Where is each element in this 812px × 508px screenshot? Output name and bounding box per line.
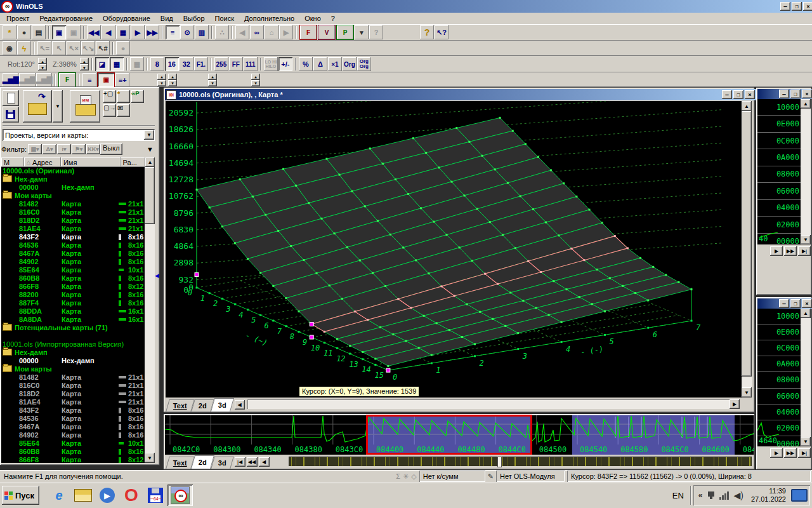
fmt-hex-button[interactable]: FF xyxy=(229,57,243,71)
overview2-close-button[interactable]: × xyxy=(802,299,812,308)
map-vthumb[interactable] xyxy=(742,111,752,377)
filter-expand-icon[interactable]: ▼ xyxy=(147,145,154,153)
overview2-titlebar[interactable]: —❐× xyxy=(757,298,812,309)
rotation-stepper[interactable]: ▲▼ xyxy=(38,58,47,70)
map-vscrollbar[interactable]: ▲ ▼ xyxy=(742,101,752,398)
tree-map-row[interactable]: 84536Карта8x16 xyxy=(1,415,145,423)
filter-button-3[interactable]: i▾ xyxy=(57,144,71,154)
grid-mode-button[interactable]: ▦ xyxy=(130,57,144,71)
overview2-scroll-up[interactable]: ▲ xyxy=(801,309,811,318)
byte-order-button[interactable]: LO HI HILO xyxy=(264,57,278,71)
tree-map-row[interactable]: 818D2Карта21x1 xyxy=(1,217,145,225)
tree-map-row[interactable]: 887F4Карта8x16 xyxy=(1,299,145,307)
search-signal-button[interactable]: ⌂ xyxy=(265,25,278,39)
map-scroll-down[interactable]: ▼ xyxy=(742,387,752,398)
menu-item-9[interactable]: ? xyxy=(326,13,340,24)
save-project-button[interactable] xyxy=(3,107,19,123)
map-window-toggle-button[interactable]: ▣ xyxy=(97,72,115,88)
trace-overview-strip[interactable] xyxy=(289,457,752,466)
axis-x-stepper[interactable]: ▲▼ xyxy=(157,74,166,86)
overview2-fast-button[interactable]: ▶▶ xyxy=(784,448,797,458)
column-size[interactable]: Ра... xyxy=(121,157,145,167)
filter-button-2[interactable]: Δ▾ xyxy=(43,144,56,154)
email-button[interactable]: ✉ xyxy=(117,104,130,117)
overview1-step-button[interactable]: ▶ xyxy=(770,246,783,256)
wave-tab-3d[interactable]: 3d xyxy=(211,457,233,469)
tree-folder-row[interactable]: Мои карты xyxy=(1,192,145,200)
column-m[interactable]: М xyxy=(1,157,24,167)
overview1-fast-button[interactable]: ▶▶ xyxy=(784,246,797,256)
filter-off-button[interactable]: Выкл xyxy=(100,144,122,155)
opera-icon[interactable]: O xyxy=(119,485,143,505)
chart-colored-button[interactable]: ▂▅▇ xyxy=(3,73,18,87)
tree-project-row[interactable]: 10001.ols (Импортированная Версия) xyxy=(1,340,145,349)
panel-splitter-arrow[interactable]: ◀ xyxy=(155,271,160,280)
show-desktop-icon[interactable] xyxy=(791,489,808,502)
overview1-scrollbar[interactable]: ▲ ▼ xyxy=(801,99,811,244)
import-factor-button[interactable]: F xyxy=(58,72,76,88)
axis-x2-stepper[interactable]: ▲▼ xyxy=(168,74,177,86)
chart-gray-1-button[interactable]: ▂▅▇ xyxy=(19,73,35,87)
map-restore-button[interactable]: ❐ xyxy=(733,90,743,99)
map-prev-fast-button[interactable]: ◀◀ xyxy=(87,25,101,39)
axis-z-stepper[interactable]: ▲▼ xyxy=(251,74,260,86)
tree-scroll-up[interactable]: ▲ xyxy=(145,157,155,167)
format-more-button[interactable]: ▼ xyxy=(355,25,369,39)
overview1-scale[interactable]: 100000E0000C0000A00008000060000400002000… xyxy=(757,99,801,244)
export-version-button[interactable]: ▢→ xyxy=(103,104,116,117)
tree-map-row[interactable]: 866F8Карта8x12 xyxy=(1,283,145,291)
menu-item-1[interactable]: Проект xyxy=(1,13,34,24)
fmt-binary-button[interactable]: 111 xyxy=(244,57,258,71)
search-maps-button[interactable]: ∞ xyxy=(250,25,264,39)
open-project-dropdown[interactable]: ▼ xyxy=(53,90,63,123)
format-precision-button[interactable]: P xyxy=(336,25,354,40)
window-project-button[interactable]: ▣ xyxy=(52,25,66,39)
wave-go-back-button[interactable]: ◀ xyxy=(259,457,270,467)
map-tab-text[interactable]: Text xyxy=(166,399,194,411)
format-factor-button[interactable]: F xyxy=(299,25,317,40)
file-explorer-icon[interactable] xyxy=(71,485,95,505)
preview-window-button[interactable]: ⊙ xyxy=(180,25,194,39)
menu-item-4[interactable]: Вид xyxy=(155,13,178,24)
tree-folder-row[interactable]: Мои карты xyxy=(1,365,145,373)
column-addr[interactable]: △Адрес xyxy=(24,157,61,167)
percent-mode-button[interactable]: % xyxy=(299,57,313,71)
winols64-floppy-icon[interactable]: ─64─ xyxy=(143,485,167,505)
print-button[interactable]: ▤ xyxy=(32,25,46,39)
map-minimize-button[interactable]: — xyxy=(722,90,732,99)
help-pointer-button[interactable]: ↖? xyxy=(435,25,449,39)
menu-item-6[interactable]: Поиск xyxy=(210,13,239,24)
tree-map-row[interactable]: 816C0Карта21x1 xyxy=(1,208,145,217)
memory-trace-view[interactable] xyxy=(165,415,754,444)
factor-mode-button[interactable]: ×1 xyxy=(328,57,342,71)
cursor-select-button[interactable]: ↖ xyxy=(52,41,66,55)
cursor-move-button[interactable]: ↖↘ xyxy=(81,41,95,55)
map-table-button[interactable]: ▦ xyxy=(116,25,130,39)
view-2d-button[interactable]: ◪ xyxy=(95,57,109,71)
format-value-button[interactable]: V xyxy=(318,25,336,40)
cursor-number-button[interactable]: ↖# xyxy=(96,41,110,55)
tree-map-row[interactable]: 81AE4Карта21x1 xyxy=(1,398,145,406)
overview1-titlebar[interactable]: —❐× xyxy=(757,89,812,99)
wave-go-start-button[interactable]: |◀ xyxy=(235,457,246,467)
overview1-scroll-down[interactable]: ▼ xyxy=(801,235,811,244)
media-player-icon[interactable]: ▶ xyxy=(95,485,119,505)
new-version-button[interactable]: +▢ xyxy=(103,90,116,103)
tree-map-row[interactable]: 81482Карта21x1 xyxy=(1,373,145,382)
internet-explorer-icon[interactable]: e xyxy=(47,485,71,505)
tree-map-row[interactable]: 816C0Карта21x1 xyxy=(1,382,145,390)
tree-map-row[interactable]: 84536Карта8x16 xyxy=(1,241,145,250)
wave-tab-text[interactable]: Text xyxy=(166,457,194,469)
hexdump-window-button[interactable]: ▥ xyxy=(195,25,209,39)
overview1-restore-button[interactable]: ❐ xyxy=(790,90,801,98)
quick-edit-button[interactable]: ϟ xyxy=(17,41,31,55)
clock-time[interactable]: 11:39 xyxy=(751,487,786,495)
tree-map-row[interactable]: 88DDAКарта16x1 xyxy=(1,307,145,316)
search-next-button[interactable]: ▶ xyxy=(279,25,293,39)
map-next-fast-button[interactable]: ▶▶ xyxy=(145,25,159,39)
show-original-button[interactable]: Org xyxy=(343,57,357,71)
tree-map-row[interactable]: 860B8Карта8x16 xyxy=(1,274,145,283)
project-properties-button[interactable]: * xyxy=(3,25,16,39)
signal-horn-button[interactable]: ● xyxy=(116,41,130,55)
winols-taskbar-button[interactable]: ∞ xyxy=(167,485,193,506)
